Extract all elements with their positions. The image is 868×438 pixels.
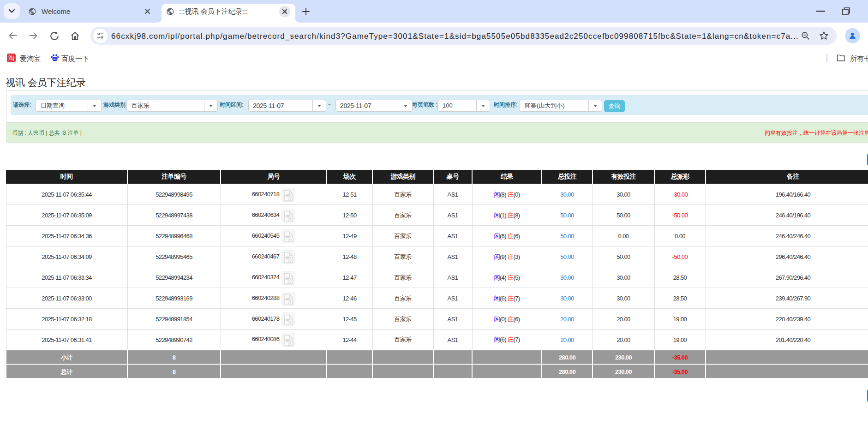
svg-text:du: du [54, 58, 57, 60]
